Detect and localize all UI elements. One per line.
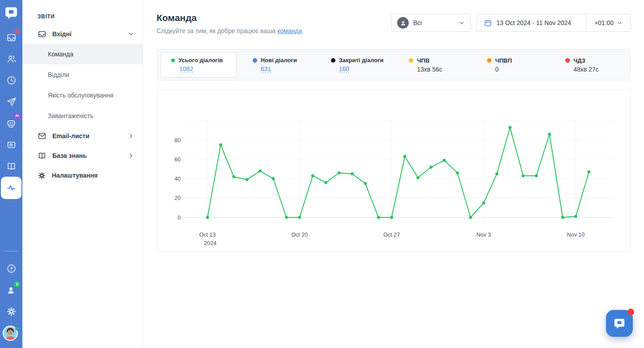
sidebar-item-emails[interactable]: Email-листи bbox=[22, 126, 143, 146]
chat-bubble-icon bbox=[613, 317, 626, 330]
campaigns-icon[interactable] bbox=[0, 91, 22, 112]
page-head: Команда Слідкуйте за тим, як добре працю… bbox=[157, 13, 302, 34]
page-subtitle: Слідкуйте за тим, як добре працює ваша к… bbox=[157, 27, 302, 34]
book-icon bbox=[38, 151, 47, 160]
metric-value: 48хв 27с bbox=[573, 66, 630, 73]
chevron-down-icon bbox=[127, 30, 135, 38]
sidebar-section-title: ЗВІТИ bbox=[22, 0, 143, 24]
metric-value: 13хв 56с bbox=[417, 66, 474, 73]
chevron-right-icon bbox=[127, 152, 135, 159]
sidebar-item-workload[interactable]: Завантаженість bbox=[22, 106, 143, 126]
app-logo-icon[interactable] bbox=[4, 6, 18, 20]
rail-nav: AI bbox=[0, 26, 22, 199]
timezone-value: +01:00 bbox=[594, 19, 614, 26]
envelope-icon bbox=[38, 132, 47, 140]
metric-dot bbox=[331, 58, 335, 63]
contacts-icon[interactable] bbox=[0, 48, 22, 69]
calendar-icon bbox=[484, 19, 492, 27]
metric-value[interactable]: 160 bbox=[339, 65, 349, 73]
metric-label: ЧПВП bbox=[495, 57, 512, 64]
metric-dot bbox=[409, 58, 413, 63]
chat-widget-launcher[interactable] bbox=[606, 310, 633, 337]
sidebar-item-service-quality[interactable]: Якість обслуговування bbox=[22, 85, 143, 106]
svg-text:Nov 3: Nov 3 bbox=[476, 232, 491, 238]
sidebar-item-knowledge-base[interactable]: База знань bbox=[22, 146, 143, 166]
team-chart[interactable]: 020406080Oct 132024Oct 20Oct 27Nov 3Nov … bbox=[157, 90, 630, 251]
team-chart-card: 020406080Oct 132024Oct 20Oct 27Nov 3Nov … bbox=[157, 89, 631, 252]
metric-value[interactable]: 1082 bbox=[179, 65, 193, 73]
chevron-right-icon bbox=[127, 132, 135, 140]
gear-teeth bbox=[8, 308, 15, 315]
chevron-down-icon bbox=[458, 20, 465, 26]
sidebar-item-departments[interactable]: Відділи bbox=[22, 64, 143, 85]
reports-icon[interactable] bbox=[1, 177, 21, 199]
svg-text:20: 20 bbox=[174, 195, 181, 201]
date-range-control: 13 Oct 2024 - 11 Nov 2024 +01:00 bbox=[476, 14, 631, 32]
user-avatar[interactable] bbox=[3, 326, 20, 343]
ai-badge: AI bbox=[13, 113, 21, 119]
chevron-down-icon bbox=[617, 20, 623, 26]
svg-text:80: 80 bbox=[174, 137, 181, 144]
svg-text:Nov 10: Nov 10 bbox=[567, 232, 585, 238]
metric-label: ЧПВ bbox=[417, 57, 429, 64]
main-content: Команда Слідкуйте за тим, як добре працю… bbox=[143, 0, 644, 348]
metric-new-dialogs[interactable]: Нові діалоги 631 bbox=[239, 50, 318, 80]
sidebar-item-inbox[interactable]: Вхідні bbox=[22, 24, 143, 44]
app-rail: AI ? 2 bbox=[0, 0, 22, 348]
svg-text:0: 0 bbox=[178, 215, 181, 221]
team-link[interactable]: команда bbox=[277, 27, 302, 34]
sidebar-item-label: Вхідні bbox=[52, 30, 72, 38]
metric-label: ЧДЗ bbox=[573, 57, 585, 64]
reports-sidebar: ЗВІТИ Вхідні Команда Відділи Якість обсл… bbox=[22, 0, 143, 348]
sidebar-item-label: Налаштування bbox=[52, 172, 98, 179]
metric-label: Усього діалогів bbox=[178, 57, 223, 64]
metric-value[interactable]: 631 bbox=[261, 65, 271, 73]
page-title: Команда bbox=[157, 13, 302, 23]
svg-text:2024: 2024 bbox=[204, 240, 216, 246]
rail-bottom: ? 2 bbox=[0, 251, 22, 348]
metric-dot bbox=[565, 58, 570, 63]
metric-response-wait-time[interactable]: ЧПВП 0 bbox=[474, 50, 552, 80]
rail-settings-icon[interactable] bbox=[0, 301, 22, 322]
svg-text:Oct 13: Oct 13 bbox=[199, 232, 216, 238]
svg-text:Oct 20: Oct 20 bbox=[291, 232, 308, 238]
knowledge-base-icon[interactable] bbox=[0, 155, 22, 177]
sidebar-item-settings[interactable]: Налаштування bbox=[22, 166, 143, 185]
rail-divider bbox=[5, 251, 17, 251]
date-range-picker[interactable]: 13 Oct 2024 - 11 Nov 2024 bbox=[477, 19, 586, 27]
help-icon[interactable]: ? bbox=[0, 258, 22, 279]
widgets-icon[interactable] bbox=[0, 134, 22, 155]
sidebar-item-team[interactable]: Команда bbox=[22, 44, 143, 64]
agent-filter-select[interactable]: Всі bbox=[391, 14, 471, 32]
agent-filter-value: Всі bbox=[413, 19, 422, 26]
gear-icon bbox=[38, 171, 46, 180]
metric-first-response-time[interactable]: ЧПВ 13хв 56с bbox=[395, 50, 474, 80]
metric-dot bbox=[253, 58, 257, 63]
metric-close-time[interactable]: ЧДЗ 48хв 27с bbox=[552, 50, 630, 80]
svg-text:Oct 27: Oct 27 bbox=[383, 232, 400, 238]
invite-count-badge: 2 bbox=[14, 281, 20, 287]
metric-label: Нові діалоги bbox=[261, 57, 297, 64]
history-icon[interactable] bbox=[0, 69, 22, 91]
inbox-alert-badge bbox=[15, 30, 19, 34]
svg-text:?: ? bbox=[10, 266, 13, 271]
all-agents-avatar-icon bbox=[397, 17, 409, 29]
inbox-icon[interactable] bbox=[0, 26, 22, 48]
timezone-select[interactable]: +01:00 bbox=[586, 14, 631, 31]
metrics-bar: Усього діалогів 1082 Нові діалоги 631 За… bbox=[157, 49, 631, 81]
svg-text:40: 40 bbox=[174, 176, 181, 182]
metric-value: 0 bbox=[495, 66, 552, 73]
metric-closed-dialogs[interactable]: Закриті діалоги 160 bbox=[318, 50, 396, 80]
online-status-dot bbox=[15, 326, 20, 331]
invite-teammates-icon[interactable]: 2 bbox=[0, 279, 22, 301]
metric-dot bbox=[487, 58, 491, 63]
svg-text:60: 60 bbox=[174, 157, 181, 163]
sidebar-item-label: Email-листи bbox=[52, 132, 89, 140]
ai-bot-icon[interactable]: AI bbox=[0, 112, 22, 134]
date-range-value: 13 Oct 2024 - 11 Nov 2024 bbox=[496, 19, 571, 26]
metric-total-dialogs[interactable]: Усього діалогів 1082 bbox=[161, 52, 237, 77]
widget-unread-dot bbox=[627, 309, 634, 315]
metric-label: Закриті діалоги bbox=[339, 57, 384, 64]
inbox-tray-icon bbox=[38, 30, 47, 38]
sidebar-item-label: База знань bbox=[52, 152, 87, 159]
